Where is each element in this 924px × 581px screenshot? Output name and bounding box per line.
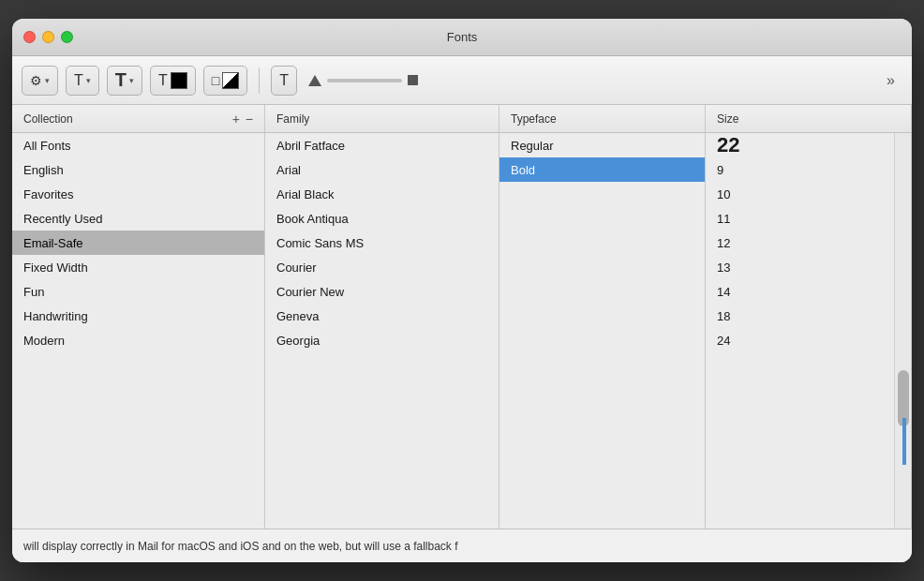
title-bar: Fonts: [12, 19, 912, 56]
list-item[interactable]: Geneva: [265, 304, 499, 328]
scrollbar[interactable]: [894, 133, 911, 529]
diag-color-swatch: [222, 72, 239, 89]
list-item[interactable]: Comic Sans MS: [265, 231, 499, 255]
size-column-header: Size: [706, 105, 912, 132]
toolbar: ⚙ ▾ T ▾ T ▾ T □ T »: [12, 56, 912, 105]
font-size-button[interactable]: T ▾: [107, 66, 142, 96]
list-item[interactable]: 22: [706, 133, 894, 157]
status-bar: will display correctly in Mail for macOS…: [12, 529, 912, 562]
list-item[interactable]: Book Antiqua: [265, 206, 499, 231]
more-button[interactable]: »: [879, 68, 902, 93]
list-item[interactable]: Recently Used: [12, 206, 264, 231]
collection-controls: + −: [232, 112, 253, 127]
family-list[interactable]: Abril FatfaceArialArial BlackBook Antiqu…: [265, 133, 499, 529]
list-item[interactable]: Arial Black: [265, 182, 499, 206]
size-list[interactable]: 22910111213141824: [706, 133, 912, 529]
typeface-column-header: Typeface: [499, 105, 706, 132]
font-size-icon: T: [115, 69, 127, 91]
lists-wrapper: All FontsEnglishFavoritesRecently UsedEm…: [12, 133, 912, 529]
size-label: Size: [717, 112, 738, 126]
slider-section: [308, 75, 418, 86]
list-item[interactable]: 24: [706, 328, 894, 352]
font-style-button[interactable]: T ▾: [66, 66, 99, 96]
list-item[interactable]: 9: [706, 157, 894, 182]
list-item[interactable]: 12: [706, 231, 894, 255]
collection-column-header: Collection + −: [12, 105, 265, 132]
typeface-list[interactable]: RegularBold: [499, 133, 706, 529]
size-large-icon: [408, 75, 418, 85]
font-color-button[interactable]: T: [150, 66, 196, 96]
add-collection-button[interactable]: +: [232, 112, 240, 127]
minimize-button[interactable]: [42, 31, 54, 43]
font-color-t-icon: T: [158, 72, 168, 89]
list-item[interactable]: Fixed Width: [12, 255, 264, 279]
scroll-indicator: [902, 418, 906, 465]
collection-label: Collection: [23, 112, 73, 126]
size-col-inner: 22910111213141824: [706, 133, 911, 529]
traffic-lights: [23, 31, 73, 43]
list-item[interactable]: English: [12, 157, 264, 182]
family-column-header: Family: [265, 105, 499, 132]
chevron-down-icon: ▾: [45, 76, 50, 85]
list-item[interactable]: Handwriting: [12, 304, 264, 328]
list-item[interactable]: Arial: [265, 157, 499, 182]
preview-button[interactable]: T: [271, 66, 297, 96]
lists-row: All FontsEnglishFavoritesRecently UsedEm…: [12, 133, 912, 529]
typeface-label: Typeface: [511, 112, 557, 126]
list-item[interactable]: Regular: [499, 133, 705, 157]
list-item[interactable]: Bold: [499, 157, 705, 182]
maximize-button[interactable]: [61, 31, 73, 43]
list-item[interactable]: Georgia: [265, 328, 499, 352]
size-slider[interactable]: [327, 79, 402, 82]
list-item[interactable]: Email-Safe: [12, 231, 264, 255]
list-item[interactable]: 11: [706, 206, 894, 231]
collection-list[interactable]: All FontsEnglishFavoritesRecently UsedEm…: [12, 133, 265, 529]
scrollbar-track[interactable]: [898, 133, 909, 529]
list-item[interactable]: All Fonts: [12, 133, 264, 157]
list-item[interactable]: 10: [706, 182, 894, 206]
font-style-icon: T: [74, 72, 83, 89]
list-item[interactable]: Favorites: [12, 182, 264, 206]
chevron-down-icon-3: ▾: [129, 76, 134, 85]
list-item[interactable]: Modern: [12, 328, 264, 352]
list-item[interactable]: 14: [706, 279, 894, 304]
close-button[interactable]: [23, 31, 36, 43]
color-swatch: [171, 72, 187, 89]
fonts-window: Fonts ⚙ ▾ T ▾ T ▾ T □ T: [12, 19, 912, 562]
size-small-icon: [308, 75, 321, 86]
preview-t-icon: T: [279, 72, 289, 89]
family-label: Family: [276, 112, 309, 126]
list-item[interactable]: 13: [706, 255, 894, 279]
gear-button[interactable]: ⚙ ▾: [22, 66, 58, 96]
list-item[interactable]: Abril Fatface: [265, 133, 499, 157]
columns-header: Collection + − Family Typeface Size: [12, 105, 912, 133]
document-color-button[interactable]: □: [203, 66, 247, 96]
gear-icon: ⚙: [30, 73, 42, 88]
toolbar-separator-1: [259, 67, 260, 94]
window-title: Fonts: [447, 30, 478, 44]
document-icon: □: [212, 73, 219, 88]
list-item[interactable]: Courier: [265, 255, 499, 279]
remove-collection-button[interactable]: −: [246, 112, 253, 127]
chevron-down-icon-2: ▾: [86, 76, 91, 85]
size-items[interactable]: 22910111213141824: [706, 133, 894, 529]
list-item[interactable]: Fun: [12, 279, 264, 304]
list-item[interactable]: Courier New: [265, 279, 499, 304]
status-text: will display correctly in Mail for macOS…: [23, 540, 458, 553]
list-item[interactable]: 18: [706, 304, 894, 328]
